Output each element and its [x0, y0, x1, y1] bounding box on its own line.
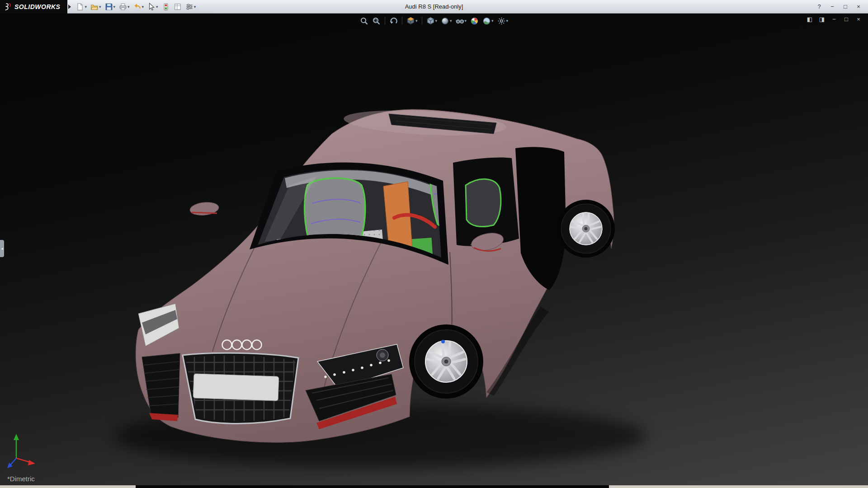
- toolbar-separator: [402, 17, 402, 25]
- file-properties-icon: [174, 3, 182, 11]
- save-button[interactable]: ▾: [104, 1, 117, 12]
- rear-wheel[interactable]: [557, 200, 615, 258]
- undo-button[interactable]: ▾: [132, 1, 146, 12]
- air-intake-left[interactable]: [142, 353, 180, 421]
- section-view-icon: [406, 17, 415, 25]
- close-button[interactable]: ×: [853, 2, 864, 12]
- pane-collapse-icon: ◂: [1, 246, 3, 251]
- task-pane-toggle[interactable]: ◂: [0, 240, 4, 257]
- view-orientation-button[interactable]: ▾: [425, 15, 439, 26]
- select-button[interactable]: ▾: [146, 1, 160, 12]
- doc-pane-left-button[interactable]: ◧: [805, 15, 815, 24]
- rebuild-icon: [162, 3, 170, 11]
- solidworks-logo: SOLIDWORKS: [0, 0, 67, 14]
- options-icon: [185, 3, 193, 11]
- reference-triad: [6, 430, 42, 472]
- menu-expand-arrow-icon[interactable]: [68, 5, 71, 9]
- dropdown-caret-icon[interactable]: ▾: [435, 19, 437, 23]
- front-grille[interactable]: [183, 352, 300, 425]
- brand-text: SOLIDWORKS: [14, 3, 60, 10]
- display-style-icon: [441, 17, 449, 25]
- wheel-highlight: [441, 340, 445, 343]
- open-icon: [90, 3, 99, 11]
- view-settings-icon: [497, 17, 506, 25]
- file-properties-button[interactable]: [172, 1, 183, 12]
- heads-up-view-toolbar: ▾▾▾▾▾▾: [359, 15, 509, 26]
- dropdown-caret-icon[interactable]: ▾: [85, 5, 87, 9]
- triad-z-axis: [7, 458, 16, 468]
- door-glass[interactable]: [453, 157, 519, 246]
- seat-through-window: [466, 179, 501, 226]
- open-button[interactable]: ▾: [89, 1, 103, 12]
- section-view-button[interactable]: ▾: [405, 15, 419, 26]
- license-plate: [193, 374, 279, 401]
- print-button[interactable]: ▾: [118, 1, 131, 12]
- hide-show-items-button[interactable]: ▾: [454, 15, 468, 26]
- dropdown-caret-icon[interactable]: ▾: [99, 5, 101, 9]
- dropdown-caret-icon[interactable]: ▾: [450, 19, 452, 23]
- dropdown-caret-icon[interactable]: ▾: [156, 5, 158, 9]
- dropdown-caret-icon[interactable]: ▾: [113, 5, 116, 9]
- print-icon: [119, 3, 127, 11]
- bottom-edge-strip: [0, 485, 868, 488]
- document-window-controls: ◧◨−□×: [805, 15, 863, 24]
- view-orientation-label: *Dimetric: [7, 475, 35, 483]
- minimize-button[interactable]: −: [826, 2, 838, 12]
- zoom-to-fit-icon: [360, 17, 368, 25]
- edit-appearance-button[interactable]: [469, 15, 480, 26]
- display-style-button[interactable]: ▾: [439, 15, 453, 26]
- edit-appearance-icon: [470, 17, 479, 25]
- dropdown-caret-icon[interactable]: ▾: [194, 5, 196, 9]
- triad-y-axis: [14, 434, 19, 458]
- doc-pane-right-button[interactable]: ◨: [817, 15, 827, 24]
- dropdown-caret-icon[interactable]: ▾: [415, 19, 418, 23]
- titlebar: SOLIDWORKS ▾▾▾▾▾▾▾ Audi R8 S [Read-only]…: [0, 0, 868, 14]
- view-orientation-icon: [426, 17, 434, 25]
- bottom-edge-strip-dark: [136, 485, 609, 488]
- apply-scene-icon: [482, 17, 491, 25]
- undo-icon: [133, 3, 142, 11]
- options-button[interactable]: ▾: [184, 1, 198, 12]
- dropdown-caret-icon[interactable]: ▾: [491, 19, 494, 23]
- graphics-viewport[interactable]: ▾▾▾▾▾▾ ◧◨−□× ◂ *Dimetric: [0, 14, 868, 488]
- toolbar-separator: [421, 17, 422, 25]
- zoom-to-area-icon: [372, 17, 381, 25]
- save-icon: [105, 3, 113, 11]
- dropdown-caret-icon[interactable]: ▾: [506, 19, 509, 23]
- maximize-button[interactable]: □: [840, 2, 851, 12]
- titlebar-toolbar: ▾▾▾▾▾▾▾: [75, 1, 197, 12]
- dropdown-caret-icon[interactable]: ▾: [127, 5, 130, 9]
- dropdown-caret-icon[interactable]: ▾: [142, 5, 144, 9]
- window-controls: ?−□×: [813, 2, 868, 12]
- doc-restore-button[interactable]: □: [841, 15, 851, 24]
- car-model[interactable]: [0, 14, 868, 488]
- solidworks-logo-icon: [4, 3, 12, 11]
- zoom-to-area-button[interactable]: [371, 15, 382, 26]
- triad-x-axis: [16, 458, 35, 465]
- apply-scene-button[interactable]: ▾: [481, 15, 495, 26]
- toolbar-separator: [385, 17, 385, 25]
- front-wheel[interactable]: [409, 324, 483, 399]
- rebuild-button[interactable]: [160, 1, 171, 12]
- side-mirror-left[interactable]: [189, 201, 220, 217]
- new-document-icon: [76, 3, 84, 11]
- hide-show-items-icon: [456, 17, 464, 25]
- select-icon: [147, 3, 156, 11]
- view-settings-button[interactable]: ▾: [496, 15, 510, 26]
- dropdown-caret-icon[interactable]: ▾: [465, 19, 467, 23]
- previous-view-button[interactable]: [388, 15, 399, 26]
- doc-minimize-button[interactable]: −: [829, 15, 839, 24]
- new-document-button[interactable]: ▾: [75, 1, 88, 12]
- doc-close-button[interactable]: ×: [854, 15, 863, 24]
- zoom-to-fit-button[interactable]: [359, 15, 370, 26]
- help-button[interactable]: ?: [813, 2, 825, 12]
- previous-view-icon: [389, 17, 398, 25]
